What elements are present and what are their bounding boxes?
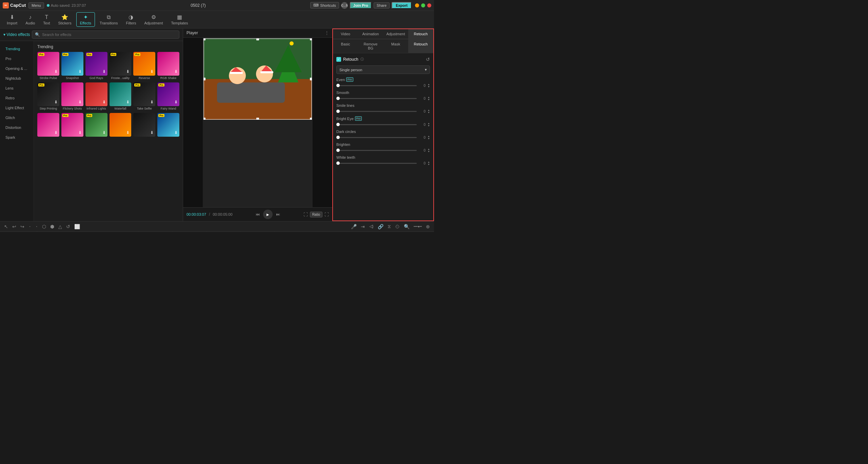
select-tool-button[interactable]: ↖ bbox=[3, 223, 9, 230]
sidebar-item-opening[interactable]: Opening & ... bbox=[1, 64, 32, 73]
right-tab-video[interactable]: Video bbox=[333, 29, 358, 39]
sidebar-item-nightclub[interactable]: Nightclub bbox=[1, 74, 32, 83]
step-down-brighten[interactable]: ▼ bbox=[428, 150, 430, 153]
toolbar-item-import[interactable]: ⬇Import bbox=[3, 13, 21, 26]
effect-item-5[interactable]: ⬇RGB Shake bbox=[157, 52, 179, 80]
timeline-icon-1[interactable]: ⇥ bbox=[359, 223, 366, 230]
right-tab-retouch[interactable]: Retouch bbox=[408, 29, 433, 39]
redo-button[interactable]: ↪ bbox=[19, 223, 26, 230]
ratio-button[interactable]: Ratio bbox=[310, 212, 322, 217]
slider-track-smooth[interactable] bbox=[336, 98, 417, 99]
fullscreen-icon[interactable]: ⛶ bbox=[303, 212, 308, 217]
settings-button[interactable]: ⊕ bbox=[425, 223, 431, 230]
toolbar-item-stickers[interactable]: ⭐Stickers bbox=[55, 13, 75, 26]
sidebar-item-pro[interactable]: Pro bbox=[1, 54, 32, 63]
effect-item-2[interactable]: Pro⬇God Rays bbox=[85, 52, 107, 80]
step-down-smooth[interactable]: ▼ bbox=[428, 98, 430, 101]
effect-item-10[interactable]: Pro⬇Take Selfie bbox=[133, 82, 155, 111]
sidebar-item-glitch[interactable]: Glitch bbox=[1, 113, 32, 122]
toolbar-item-audio[interactable]: ♪Audio bbox=[22, 13, 38, 26]
timeline-icon-4[interactable]: ⧖ bbox=[386, 223, 392, 230]
effect-item-13[interactable]: Pro⬇ bbox=[61, 113, 83, 138]
right-subtab-remove-bg[interactable]: Remove BG bbox=[358, 39, 383, 53]
step-back-icon[interactable]: ⏮ bbox=[256, 212, 260, 217]
split-button[interactable]: ⬝ bbox=[27, 223, 33, 230]
sidebar-item-trending[interactable]: Trending bbox=[1, 44, 32, 54]
slider-track-smile-lines[interactable] bbox=[336, 111, 417, 112]
effect-item-9[interactable]: ⬇Waterfall bbox=[110, 82, 132, 111]
right-subtab-mask[interactable]: Mask bbox=[383, 39, 408, 53]
slider-track-white-teeth[interactable] bbox=[336, 163, 417, 164]
toolbar-item-transitions[interactable]: ⧉Transitions bbox=[96, 13, 121, 26]
step-down-even[interactable]: ▼ bbox=[428, 85, 430, 88]
step-down-dark-circles[interactable]: ▼ bbox=[428, 137, 430, 140]
effect-item-1[interactable]: Pro⬇Snapshot bbox=[61, 52, 83, 80]
right-subtab-retouch[interactable]: Retouch bbox=[408, 39, 433, 53]
expand-icon[interactable]: ⛶ bbox=[324, 212, 329, 217]
sidebar-item-light-effect[interactable]: Light Effect bbox=[1, 103, 32, 113]
effect-item-15[interactable]: ⬇ bbox=[110, 113, 132, 138]
step-up-white-teeth[interactable]: ▲ bbox=[428, 161, 430, 163]
player-menu-icon[interactable]: ⋮ bbox=[325, 31, 329, 35]
delete-button[interactable]: ⬝ bbox=[34, 223, 39, 230]
retouch-reset-button[interactable]: ↺ bbox=[426, 57, 430, 62]
crop-button[interactable]: ⬡ bbox=[41, 223, 47, 230]
sidebar-item-spark[interactable]: Spark bbox=[1, 133, 32, 142]
toolbar-item-filters[interactable]: ◑Filters bbox=[122, 13, 139, 26]
effect-item-17[interactable]: Pro⬇ bbox=[157, 113, 179, 138]
maximize-button[interactable] bbox=[421, 3, 425, 7]
play-button[interactable]: ▶ bbox=[263, 210, 273, 219]
zoom-slider[interactable]: ━━●━ bbox=[412, 224, 423, 229]
effect-item-7[interactable]: ⬇Flickery Shots bbox=[61, 82, 83, 111]
sidebar-item-retro[interactable]: Retro bbox=[1, 93, 32, 103]
effect-item-16[interactable]: ⬇ bbox=[133, 113, 155, 138]
slider-track-bright-eye[interactable] bbox=[336, 124, 417, 125]
sidebar-item-lens[interactable]: Lens bbox=[1, 83, 32, 93]
rotate-button[interactable]: ↺ bbox=[65, 223, 72, 230]
step-up-even[interactable]: ▲ bbox=[428, 83, 430, 85]
effect-item-11[interactable]: Pro⬇Fairy Wand bbox=[157, 82, 179, 111]
step-down-bright-eye[interactable]: ▼ bbox=[428, 124, 430, 127]
timeline-icon-3[interactable]: 🔗 bbox=[376, 223, 385, 230]
step-up-bright-eye[interactable]: ▲ bbox=[428, 122, 430, 124]
effect-item-12[interactable]: ⬇ bbox=[37, 113, 59, 138]
menu-button[interactable]: Menu bbox=[28, 2, 44, 8]
join-pro-button[interactable]: Join Pro bbox=[350, 2, 372, 9]
slider-track-dark-circles[interactable] bbox=[336, 137, 417, 138]
slider-track-brighten[interactable] bbox=[336, 150, 417, 151]
toolbar-item-templates[interactable]: ▦Templates bbox=[167, 13, 191, 26]
slider-track-even[interactable] bbox=[336, 85, 417, 86]
sidebar-item-distortion[interactable]: Distortion bbox=[1, 123, 32, 132]
right-tab-adjustment[interactable]: Adjustment bbox=[383, 29, 408, 39]
microphone-button[interactable]: 🎤 bbox=[350, 223, 358, 230]
freeze-button[interactable]: ⬢ bbox=[49, 223, 56, 230]
step-up-dark-circles[interactable]: ▲ bbox=[428, 135, 430, 137]
search-input[interactable] bbox=[42, 33, 176, 37]
effect-item-14[interactable]: Pro⬇ bbox=[85, 113, 107, 138]
effect-item-6[interactable]: Pro⬇Step Printing bbox=[37, 82, 59, 111]
effect-item-8[interactable]: ⬇Infrared Lights bbox=[85, 82, 107, 111]
timeline-icon-5[interactable]: ⏲ bbox=[394, 223, 401, 230]
step-down-white-teeth[interactable]: ▼ bbox=[428, 163, 430, 166]
close-button[interactable] bbox=[427, 3, 431, 7]
shortcuts-button[interactable]: ⌨ Shortcuts bbox=[310, 2, 339, 8]
step-forward-icon[interactable]: ⏭ bbox=[276, 212, 280, 217]
effect-item-3[interactable]: Pro⬇Froste...uality bbox=[110, 52, 132, 80]
minimize-button[interactable] bbox=[415, 3, 419, 7]
effect-item-0[interactable]: Pro⬇Strobe Pulse bbox=[37, 52, 59, 80]
mirror-button[interactable]: △ bbox=[57, 223, 63, 230]
toolbar-item-adjustment[interactable]: ⚙Adjustment bbox=[141, 13, 166, 26]
share-button[interactable]: Share bbox=[374, 2, 390, 8]
video-effects-toggle[interactable]: ▾ Video effects bbox=[3, 32, 30, 37]
effect-item-4[interactable]: Pro⬇Reverse bbox=[133, 52, 155, 80]
transform-button[interactable]: ⬜ bbox=[73, 223, 81, 230]
zoom-out-button[interactable]: 🔍 bbox=[402, 223, 411, 230]
retouch-checkbox[interactable]: ✓ bbox=[336, 57, 341, 62]
toolbar-item-effects[interactable]: ✦Effects bbox=[76, 12, 95, 27]
person-select-dropdown[interactable]: Single person ▾ bbox=[336, 65, 430, 74]
right-tab-animation[interactable]: Animation bbox=[358, 29, 383, 39]
undo-button[interactable]: ↩ bbox=[11, 223, 18, 230]
timeline-icon-2[interactable]: ⏿ bbox=[368, 223, 375, 230]
step-up-brighten[interactable]: ▲ bbox=[428, 148, 430, 150]
right-subtab-basic[interactable]: Basic bbox=[333, 39, 358, 53]
